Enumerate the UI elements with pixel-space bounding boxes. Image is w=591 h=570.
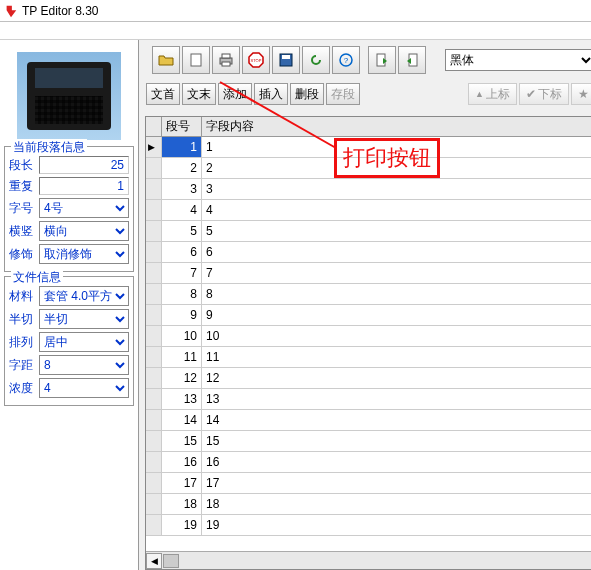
table-row[interactable]: 1212 xyxy=(146,368,591,389)
align-select[interactable]: 居中 xyxy=(39,332,129,352)
table-row[interactable]: 11 xyxy=(146,137,591,158)
data-grid[interactable]: 段号 字段内容 11223344556677889910101111121213… xyxy=(145,116,591,570)
stop-button[interactable]: STOP xyxy=(242,46,270,74)
halfcut-label: 半切 xyxy=(9,311,39,328)
table-row[interactable]: 77 xyxy=(146,263,591,284)
table-row[interactable]: 33 xyxy=(146,179,591,200)
col-segnum: 段号 xyxy=(162,117,202,136)
left-panel: 当前段落信息 段长 重复 字号4号 横竖横向 修饰取消修饰 文件信息 材料套管 … xyxy=(0,40,139,570)
open-button[interactable] xyxy=(152,46,180,74)
repeat-input[interactable] xyxy=(39,177,129,195)
svg-text:?: ? xyxy=(344,56,349,65)
table-row[interactable]: 66 xyxy=(146,242,591,263)
table-row[interactable]: 1010 xyxy=(146,326,591,347)
paragraph-info-title: 当前段落信息 xyxy=(11,139,87,156)
table-row[interactable]: 99 xyxy=(146,305,591,326)
table-row[interactable]: 55 xyxy=(146,221,591,242)
export-button[interactable] xyxy=(398,46,426,74)
refresh-button[interactable] xyxy=(302,46,330,74)
app-title: TP Editor 8.30 xyxy=(22,4,99,18)
right-panel: STOP ? 黑体 B 文首 文末 添加 插入 删段 存段 ▲上标 ✔下标 ★序… xyxy=(139,40,591,570)
deco-label: 修饰 xyxy=(9,246,39,263)
text-toolbar: 文首 文末 添加 插入 删段 存段 ▲上标 ✔下标 ★序号 xyxy=(139,80,591,108)
paragraph-info-group: 当前段落信息 段长 重复 字号4号 横竖横向 修饰取消修饰 xyxy=(4,146,134,272)
file-info-group: 文件信息 材料套管 4.0平方 半切半切 排列居中 字距8 浓度4 xyxy=(4,276,134,406)
size-select[interactable]: 4号 xyxy=(39,198,129,218)
doc-end-button[interactable]: 文末 xyxy=(182,83,216,105)
orient-select[interactable]: 横向 xyxy=(39,221,129,241)
sequence-button[interactable]: ★序号 xyxy=(571,83,591,105)
scroll-left-icon[interactable]: ◀ xyxy=(146,553,162,569)
table-row[interactable]: 88 xyxy=(146,284,591,305)
table-row[interactable]: 1313 xyxy=(146,389,591,410)
table-row[interactable]: 1515 xyxy=(146,431,591,452)
print-button[interactable] xyxy=(212,46,240,74)
spacing-select[interactable]: 8 xyxy=(39,355,129,375)
col-content: 字段内容 xyxy=(202,117,591,136)
add-button[interactable]: 添加 xyxy=(218,83,252,105)
menu-bar xyxy=(0,22,591,40)
material-select[interactable]: 套管 4.0平方 xyxy=(39,286,129,306)
orient-label: 横竖 xyxy=(9,223,39,240)
doc-start-button[interactable]: 文首 xyxy=(146,83,180,105)
subscript-button[interactable]: ✔下标 xyxy=(519,83,569,105)
material-label: 材料 xyxy=(9,288,39,305)
align-label: 排列 xyxy=(9,334,39,351)
deco-select[interactable]: 取消修饰 xyxy=(39,244,129,264)
table-row[interactable]: 1818 xyxy=(146,494,591,515)
spacing-label: 字距 xyxy=(9,357,39,374)
table-row[interactable]: 22 xyxy=(146,158,591,179)
save-button[interactable] xyxy=(272,46,300,74)
repeat-label: 重复 xyxy=(9,178,39,195)
table-row[interactable]: 44 xyxy=(146,200,591,221)
help-button[interactable]: ? xyxy=(332,46,360,74)
table-row[interactable]: 1717 xyxy=(146,473,591,494)
new-button[interactable] xyxy=(182,46,210,74)
table-row[interactable]: 1111 xyxy=(146,347,591,368)
size-label: 字号 xyxy=(9,200,39,217)
svg-rect-0 xyxy=(191,54,201,66)
table-row[interactable]: 1919 xyxy=(146,515,591,536)
delete-seg-button[interactable]: 删段 xyxy=(290,83,324,105)
import-button[interactable] xyxy=(368,46,396,74)
len-label: 段长 xyxy=(9,157,39,174)
table-row[interactable]: 1616 xyxy=(146,452,591,473)
halfcut-select[interactable]: 半切 xyxy=(39,309,129,329)
svg-rect-2 xyxy=(222,54,230,58)
font-select[interactable]: 黑体 xyxy=(445,49,591,71)
main-toolbar: STOP ? 黑体 B xyxy=(139,40,591,80)
title-bar: TP Editor 8.30 xyxy=(0,0,591,22)
device-image xyxy=(17,52,121,140)
save-seg-button[interactable]: 存段 xyxy=(326,83,360,105)
app-icon xyxy=(4,4,18,18)
insert-button[interactable]: 插入 xyxy=(254,83,288,105)
file-info-title: 文件信息 xyxy=(11,269,63,286)
grid-header: 段号 字段内容 xyxy=(146,117,591,137)
density-label: 浓度 xyxy=(9,380,39,397)
svg-text:STOP: STOP xyxy=(251,58,262,63)
len-input[interactable] xyxy=(39,156,129,174)
hscroll[interactable]: ◀ xyxy=(146,551,591,569)
svg-rect-7 xyxy=(282,55,290,59)
superscript-button[interactable]: ▲上标 xyxy=(468,83,517,105)
table-row[interactable]: 1414 xyxy=(146,410,591,431)
density-select[interactable]: 4 xyxy=(39,378,129,398)
scroll-thumb[interactable] xyxy=(163,554,179,568)
svg-rect-3 xyxy=(222,62,230,66)
